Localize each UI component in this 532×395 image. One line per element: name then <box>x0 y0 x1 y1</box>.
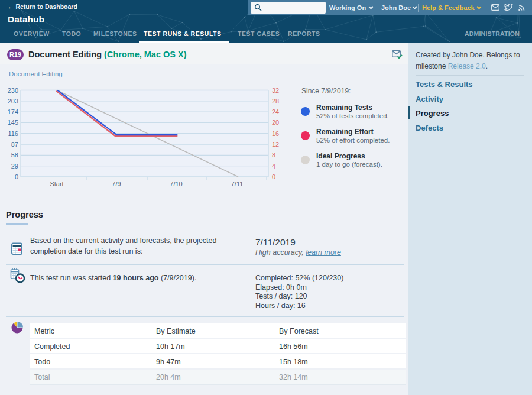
svg-text:0: 0 <box>15 173 18 180</box>
svg-text:20: 20 <box>272 119 279 126</box>
svg-text:87: 87 <box>11 141 18 148</box>
svg-text:230: 230 <box>8 87 18 94</box>
svg-text:24: 24 <box>272 108 279 115</box>
svg-text:58: 58 <box>11 151 18 158</box>
svg-text:29: 29 <box>11 163 18 170</box>
svg-text:12: 12 <box>272 141 279 148</box>
svg-text:Start: Start <box>50 180 63 187</box>
svg-text:32: 32 <box>272 87 279 94</box>
svg-text:7/11: 7/11 <box>231 180 244 187</box>
svg-text:7/10: 7/10 <box>170 180 182 187</box>
svg-text:4: 4 <box>272 163 275 170</box>
svg-text:203: 203 <box>8 98 18 105</box>
svg-text:7/9: 7/9 <box>112 180 121 187</box>
svg-text:174: 174 <box>8 108 18 115</box>
svg-text:145: 145 <box>8 119 18 126</box>
svg-text:116: 116 <box>8 130 18 137</box>
svg-text:28: 28 <box>272 98 279 105</box>
svg-text:16: 16 <box>272 130 279 137</box>
svg-text:0: 0 <box>272 173 275 180</box>
svg-text:8: 8 <box>272 151 275 158</box>
